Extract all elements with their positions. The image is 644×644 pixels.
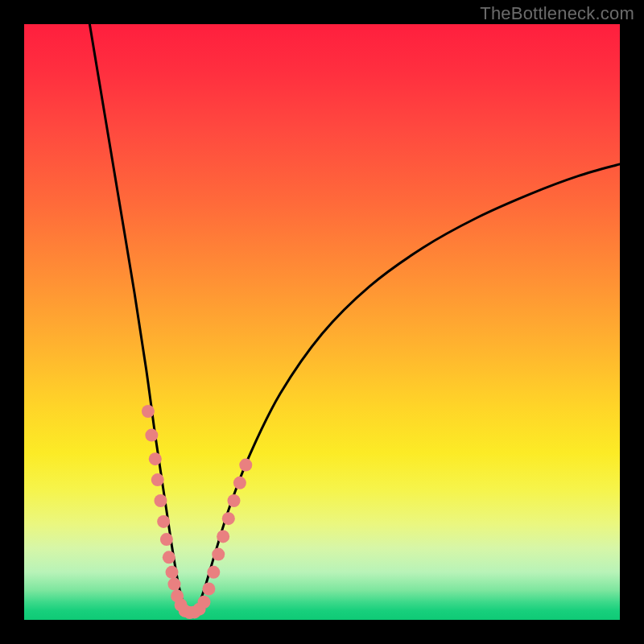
bottleneck-curve <box>89 24 620 614</box>
plot-area <box>24 24 620 620</box>
curve-layer <box>89 24 620 614</box>
watermark-text: TheBottleneck.com <box>480 3 634 24</box>
data-dot <box>207 566 220 579</box>
data-dot <box>217 530 229 543</box>
data-dot <box>239 459 252 472</box>
data-dot <box>227 494 240 507</box>
chart-frame: TheBottleneck.com <box>0 0 644 644</box>
data-dot <box>142 405 155 418</box>
data-dot <box>151 473 164 486</box>
data-dot <box>167 578 180 591</box>
data-dot <box>197 596 210 609</box>
data-dot <box>163 551 175 564</box>
data-dot <box>222 512 235 525</box>
data-dot <box>145 429 158 442</box>
data-dot <box>212 548 225 561</box>
data-dot <box>157 515 170 528</box>
dots-layer <box>142 405 252 619</box>
chart-svg <box>24 24 620 620</box>
data-dot <box>233 477 246 489</box>
data-dot <box>149 452 162 465</box>
data-dot <box>202 583 215 596</box>
data-dot <box>154 494 167 507</box>
data-dot <box>166 566 179 579</box>
data-dot <box>160 533 173 546</box>
